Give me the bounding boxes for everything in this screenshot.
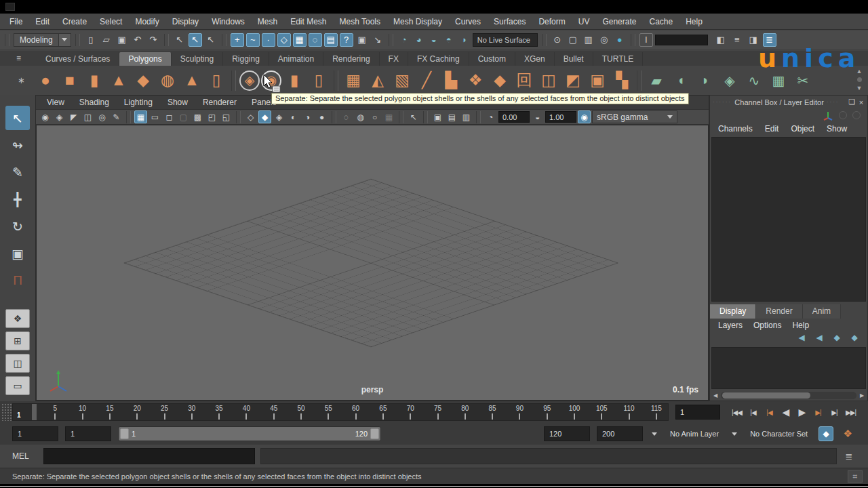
drag-handle[interactable]: ···· [827, 99, 846, 105]
menu-help[interactable]: Help [686, 17, 703, 26]
input-connections-icon[interactable]: ◔ [397, 33, 411, 47]
rotate-tool[interactable]: ↻ [5, 214, 30, 239]
separator[interactable] [542, 34, 547, 46]
create-layer-from-selected-icon[interactable]: ◆ [848, 332, 861, 343]
xray-joints-icon[interactable]: ◍ [354, 110, 367, 123]
smooth-shade-icon[interactable]: ◆ [258, 110, 271, 123]
panel-menu-view[interactable]: View [47, 98, 64, 107]
menu-edit-mesh[interactable]: Edit Mesh [290, 17, 326, 26]
character-set-dropdown[interactable]: No Character Set [746, 426, 812, 441]
redo-icon[interactable]: ↷ [146, 33, 160, 47]
range-end-handle[interactable] [370, 428, 379, 439]
menu-uv[interactable]: UV [578, 17, 590, 26]
window-menu-icon[interactable] [5, 3, 15, 11]
menu-edit[interactable]: Edit [35, 17, 50, 26]
snap-to-view-plane-icon[interactable]: ▦ [293, 33, 307, 47]
menu-cache[interactable]: Cache [649, 17, 673, 26]
shelf-menu-icon[interactable]: ≡ [16, 54, 21, 63]
lock-selection-icon[interactable]: ▣ [355, 33, 369, 47]
insert-edge-loop-icon[interactable]: ◫ [537, 69, 560, 92]
shelf-tab-rendering[interactable]: Rendering [323, 52, 379, 66]
separator[interactable] [5, 34, 9, 46]
chevron-down-icon[interactable] [58, 34, 71, 46]
safe-action-icon[interactable]: ◰ [205, 110, 218, 123]
shelf-scroll-down-icon[interactable]: ▼ [856, 85, 863, 92]
cylindrical-mapping-icon[interactable]: ◖ [669, 69, 692, 92]
go-to-start-button[interactable]: |◀◀ [730, 405, 744, 420]
wireframe-on-shaded-icon[interactable]: ◈ [273, 110, 285, 123]
range-start-handle[interactable] [120, 428, 129, 439]
two-d-pan-zoom-icon[interactable]: ◎ [96, 110, 108, 123]
attribute-editor-icon[interactable]: ≡ [730, 33, 744, 47]
open-scene-icon[interactable]: ▱ [100, 33, 113, 47]
cache-toggle-icon[interactable]: ◓ [442, 33, 456, 47]
playback-end-field[interactable]: 120 [544, 426, 590, 441]
planar-mapping-icon[interactable]: ▰ [645, 69, 668, 92]
menu-curves[interactable]: Curves [455, 17, 481, 26]
grid-toggle-icon[interactable]: ▦ [134, 110, 147, 123]
menu-file[interactable]: File [9, 17, 22, 26]
separator[interactable] [631, 34, 635, 46]
toon-render-icon[interactable]: ● [613, 33, 627, 47]
anim-layer-dropdown[interactable]: No Anim Layer [666, 426, 723, 441]
animation-end-field[interactable]: 200 [597, 426, 643, 441]
channel-menu-show[interactable]: Show [827, 124, 847, 134]
construction-history-icon[interactable]: ▤ [324, 33, 338, 47]
layer-menu-layers[interactable]: Layers [718, 321, 743, 330]
shelf-tab-fx-caching[interactable]: FX Caching [408, 52, 469, 66]
command-line-language-toggle[interactable]: MEL [12, 451, 38, 461]
snap-to-point-icon[interactable]: · [262, 33, 275, 47]
layer-tab-anim[interactable]: Anim [803, 304, 841, 319]
step-back-key-button[interactable]: |◀ [762, 405, 776, 420]
poly-sphere-icon[interactable]: ● [34, 69, 57, 92]
pane-layout-3-icon[interactable]: ▥ [460, 110, 473, 123]
shelf-tab-turtle[interactable]: TURTLE [593, 52, 643, 66]
colorspace-dropdown[interactable]: sRGB gamma [592, 110, 677, 123]
poly-cube-icon[interactable]: ■ [58, 69, 81, 92]
poly-torus-icon[interactable]: ◍ [156, 69, 179, 92]
separator[interactable] [75, 34, 80, 46]
step-forward-frame-button[interactable]: ▶| [827, 405, 842, 420]
smooth-icon[interactable]: ▦ [342, 69, 365, 92]
animation-start-field[interactable]: 1 [12, 426, 58, 441]
field-chart-icon[interactable]: ▩ [191, 110, 204, 123]
animation-preferences-icon[interactable]: ❖ [840, 426, 855, 441]
hyperbolic-manipulator-icon[interactable] [852, 111, 861, 119]
symmetry-icon[interactable]: I [639, 33, 653, 47]
persp-outliner-layout-button[interactable]: ◫ [5, 354, 30, 373]
bookmark-icon[interactable]: ◤ [67, 110, 80, 123]
exposure-icon[interactable]: ◔ [484, 110, 497, 123]
quick-help-icon[interactable]: ? [340, 33, 353, 47]
chevron-down-icon[interactable] [650, 432, 659, 436]
highlight-selection-icon[interactable]: ↘ [371, 33, 384, 47]
shelf-tab-custom[interactable]: Custom [469, 52, 515, 66]
chevron-down-icon[interactable] [730, 432, 739, 436]
move-layer-down-icon[interactable]: ◀ [813, 332, 825, 343]
poly-plane-icon[interactable]: ◆ [132, 69, 155, 92]
panel-menu-lighting[interactable]: Lighting [124, 98, 153, 107]
gamma-field[interactable]: 1.00 [545, 111, 576, 123]
select-component-icon[interactable]: ↖ [204, 33, 218, 47]
separator[interactable] [389, 34, 393, 46]
four-pane-layout-button[interactable]: ⊞ [5, 331, 30, 350]
separator[interactable] [222, 34, 226, 46]
range-slider[interactable]: 1 120 [118, 426, 381, 441]
exposure-grid-icon[interactable]: ▦ [382, 110, 395, 123]
safe-title-icon[interactable]: ◱ [220, 110, 233, 123]
menu-mesh-tools[interactable]: Mesh Tools [340, 17, 380, 26]
shelf-tab-xgen[interactable]: XGen [515, 52, 555, 66]
menu-create[interactable]: Create [62, 17, 87, 26]
select-tool[interactable]: ↖ [5, 106, 30, 130]
panel-menu-shading[interactable]: Shading [79, 98, 109, 107]
gate-mask-icon[interactable]: ▢ [177, 110, 190, 123]
camera-attributes-icon[interactable]: ◈ [53, 110, 66, 123]
average-vertices-icon[interactable]: ◭ [366, 69, 389, 92]
reduce-icon[interactable]: ▧ [391, 69, 414, 92]
two-pane-layout-button[interactable]: ▭ [5, 376, 30, 395]
menu-generate[interactable]: Generate [602, 17, 636, 26]
shelf-tab-rigging[interactable]: Rigging [223, 52, 269, 66]
poly-cone-icon[interactable]: ▲ [107, 69, 130, 92]
channel-menu-object[interactable]: Object [791, 124, 814, 134]
play-forwards-button[interactable]: ▶ [795, 405, 809, 420]
output-connections-icon[interactable]: ◕ [412, 33, 426, 47]
